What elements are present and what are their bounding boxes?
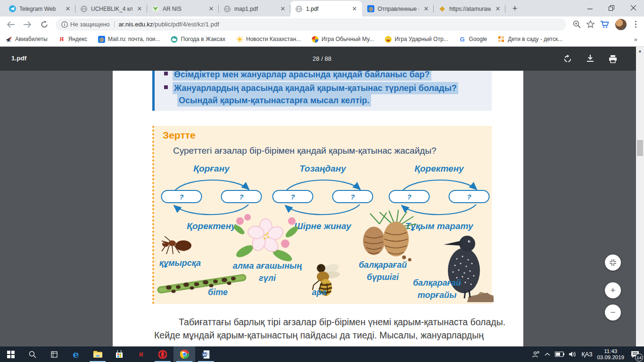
- tab-title: UCHEBLIK_4 кл_КА: [91, 6, 132, 12]
- bookmark-label: Игра Ударный Отр...: [395, 36, 448, 42]
- organism-label: біте: [192, 286, 244, 298]
- tab-close-icon[interactable]: ✕: [422, 5, 430, 13]
- battery-icon[interactable]: [555, 352, 564, 357]
- svg-text:?: ?: [290, 193, 295, 201]
- taskview-taskbar-button[interactable]: [43, 346, 65, 362]
- bookmark-label: Погода в Жаксах: [181, 36, 226, 42]
- bullet-icon: [164, 72, 168, 75]
- notification-badge: 14: [635, 354, 643, 362]
- minimize-button[interactable]: [579, 0, 601, 16]
- globe-icon: [223, 5, 231, 13]
- download-icon[interactable]: [584, 52, 597, 66]
- zoom-in-button[interactable]: +: [605, 282, 621, 298]
- pair-top-label: Қорғану: [161, 164, 262, 175]
- volume-icon[interactable]: [569, 351, 577, 357]
- start-taskbar-button[interactable]: [0, 346, 22, 362]
- store-taskbar-button[interactable]: [108, 346, 130, 362]
- url-path: /public/pdf/4/est/kz/1.pdf: [153, 21, 219, 28]
- zoom-page-icon[interactable]: [573, 20, 581, 28]
- word-icon: W: [202, 350, 210, 359]
- bookmark-item[interactable]: @Mail.ru: почта, пои...: [98, 35, 160, 43]
- bookmark-item[interactable]: GGoogle: [459, 35, 487, 43]
- zertte-heading: Зертте: [163, 130, 196, 141]
- notification-center-button[interactable]: 14: [629, 348, 641, 361]
- tab-ucheblik-4-[interactable]: UCHEBLIK_4 кл_КА✕: [75, 1, 147, 16]
- bookmark-star-icon[interactable]: [586, 20, 594, 28]
- rotate-icon[interactable]: [561, 52, 574, 66]
- print-icon[interactable]: [606, 52, 619, 66]
- clock[interactable]: 11:43 03.09.2019: [597, 348, 624, 361]
- fit-page-button[interactable]: [605, 255, 621, 271]
- svg-text:?: ?: [350, 193, 355, 201]
- chevron-up-icon[interactable]: [545, 353, 550, 356]
- google-icon: G: [459, 35, 466, 43]
- bookmark-item[interactable]: ЯЯндекс: [58, 35, 87, 43]
- bullet-icon: [164, 85, 168, 89]
- system-tray: ҚАЗ 11:43 03.09.2019 14: [532, 346, 644, 362]
- svg-text:?: ?: [239, 193, 243, 201]
- bookmark-item[interactable]: Погода в Жаксах: [171, 35, 226, 43]
- back-button[interactable]: [4, 18, 17, 31]
- bookmark-item[interactable]: Новости Казахстан...: [236, 35, 301, 43]
- people-icon[interactable]: [532, 351, 540, 358]
- tab-https-atamurawe[interactable]: https://atamurawe✕: [434, 1, 505, 16]
- tab-map1-pdf[interactable]: map1.pdf✕: [219, 1, 290, 16]
- restore-button[interactable]: [601, 0, 622, 16]
- edge-taskbar-button[interactable]: e: [65, 346, 87, 362]
- atamura-icon: [438, 5, 446, 13]
- taskbar: eЯW ҚАЗ 11:43 03.09.2019 14: [0, 346, 644, 362]
- explorer-taskbar-button[interactable]: [87, 346, 108, 362]
- tab-close-icon[interactable]: ✕: [279, 5, 287, 13]
- profile-avatar[interactable]: [615, 19, 627, 30]
- organism-label: балқарағайторғайы: [399, 277, 475, 301]
- pdf-page: Өсімдіктер мен жануарлар арасында қандай…: [113, 71, 523, 346]
- bookmark-item[interactable]: Авиабилеты: [5, 35, 48, 43]
- new-tab-button[interactable]: +: [508, 2, 521, 15]
- tab--[interactable]: @Отправленные - П✕: [362, 1, 434, 16]
- scrollbar-thumb[interactable]: [637, 140, 643, 156]
- language-indicator[interactable]: ҚАЗ: [581, 351, 592, 358]
- tab-close-icon[interactable]: ✕: [136, 5, 143, 13]
- tab-telegram-web[interactable]: Telegram Web✕: [4, 1, 75, 16]
- tab-close-icon[interactable]: ✕: [207, 5, 215, 13]
- security-status[interactable]: Не защищено: [61, 21, 110, 28]
- tab-close-icon[interactable]: ✕: [64, 5, 72, 13]
- body-text-line-2: Кейде мұндай қарым-қатынастың пайдасы да…: [154, 330, 484, 341]
- chrome-taskbar-button[interactable]: [173, 346, 195, 362]
- tab-close-icon[interactable]: ✕: [351, 5, 358, 13]
- chrome-icon: [180, 350, 189, 359]
- scroll-up-arrow[interactable]: ▲: [636, 48, 644, 54]
- word-taskbar-button[interactable]: W: [195, 346, 217, 362]
- plus-icon: +: [610, 285, 615, 296]
- bookmarks-overflow-button[interactable]: »: [634, 36, 637, 43]
- bookmark-label: Яндекс: [68, 36, 87, 42]
- cart-extension-icon[interactable]: [600, 20, 610, 29]
- bookmark-item[interactable]: Игра Ударный Отр...: [384, 35, 448, 43]
- svg-text:?: ?: [467, 193, 471, 201]
- close-window-button[interactable]: [622, 0, 644, 16]
- weather-icon: [171, 35, 178, 43]
- tab-1-pdf[interactable]: 1.pdf✕: [290, 1, 362, 16]
- tab-close-icon[interactable]: ✕: [494, 5, 502, 13]
- pdf-page-indicator: 28 / 88: [0, 55, 644, 62]
- browser-menu-button[interactable]: [632, 21, 640, 28]
- yandex-icon: Я: [58, 35, 66, 43]
- bookmark-item[interactable]: Игра Обычный Му...: [311, 35, 374, 43]
- date: 03.09.2019: [597, 354, 624, 360]
- tab-ar-nis[interactable]: AR NIS✕: [147, 1, 219, 16]
- yandex-taskbar-button[interactable]: Я: [130, 346, 152, 362]
- zoom-out-button[interactable]: −: [605, 304, 621, 321]
- search-taskbar-button[interactable]: [22, 346, 43, 362]
- pair-top-label: Тозаңдану: [272, 164, 373, 175]
- scrollbar[interactable]: ▲: [636, 47, 644, 346]
- tab-title: https://atamurawe: [449, 6, 491, 12]
- opera-taskbar-button[interactable]: [152, 346, 173, 362]
- forward-button[interactable]: [21, 18, 34, 31]
- edge-icon: e: [73, 348, 79, 360]
- tab-title: 1.pdf: [306, 6, 347, 12]
- reload-button[interactable]: [38, 18, 51, 31]
- store-icon: [116, 350, 123, 358]
- bookmark-item[interactable]: Дети в саду - детск...: [497, 35, 562, 43]
- organism-label: ара: [296, 286, 343, 298]
- address-bar[interactable]: Не защищено ar.nis.edu.kz/public/pdf/4/e…: [56, 18, 566, 31]
